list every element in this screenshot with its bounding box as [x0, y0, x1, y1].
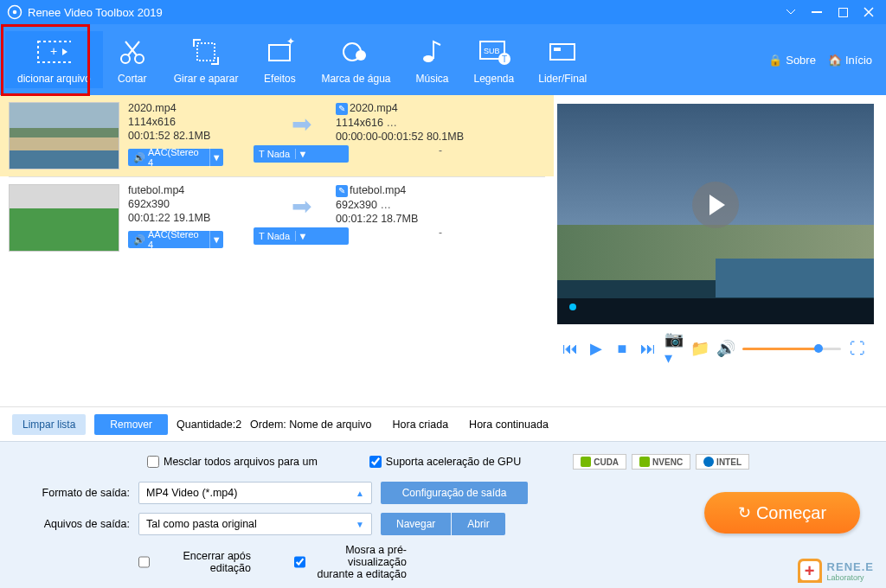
- fullscreen-button[interactable]: ⛶: [848, 340, 867, 358]
- maximize-icon[interactable]: [832, 3, 853, 21]
- bottom-panel: Mesclar todos arquivos para um Suporta a…: [0, 441, 886, 588]
- stop-button[interactable]: ■: [613, 340, 632, 358]
- sort-continued[interactable]: Hora continuada: [469, 419, 549, 431]
- open-button[interactable]: Abrir: [452, 513, 504, 535]
- close-after-checkbox[interactable]: Encerrar após editação: [138, 550, 251, 574]
- clear-list-button[interactable]: Limpar lista: [12, 414, 86, 435]
- dropdown-icon[interactable]: [780, 3, 801, 21]
- plus-icon: [798, 559, 822, 583]
- filmstrip-add-icon: +: [36, 35, 71, 69]
- chevron-down-icon: ▼: [210, 234, 223, 245]
- svg-rect-8: [197, 43, 215, 61]
- sort-created[interactable]: Hora criada: [392, 419, 448, 431]
- play-overlay-icon[interactable]: [692, 182, 739, 228]
- leader-button[interactable]: Lider/Final: [526, 31, 599, 88]
- leader-label: Lider/Final: [538, 73, 587, 85]
- show-preview-checkbox[interactable]: Mosra a pré-visualização durante a edita…: [294, 544, 407, 580]
- refresh-icon: ↻: [738, 503, 751, 522]
- svg-point-13: [423, 55, 433, 62]
- close-icon[interactable]: [858, 3, 879, 21]
- home-icon: 🏠: [828, 54, 842, 67]
- speaker-icon: 🔊: [133, 152, 145, 163]
- effects-button[interactable]: ✦ Efeitos: [250, 31, 309, 88]
- cut-label: Cortar: [118, 73, 146, 85]
- edit-icon[interactable]: ✎: [336, 103, 348, 115]
- music-note-icon: [414, 35, 449, 69]
- thumbnail: [9, 184, 119, 252]
- output-format-label: Formato de saída:: [17, 487, 130, 499]
- play-button[interactable]: ▶: [587, 339, 606, 358]
- subtitle-button[interactable]: SUBT Legenda: [461, 31, 526, 88]
- file-name: 2020.mp4: [128, 102, 266, 114]
- about-link[interactable]: 🔒 Sobre: [768, 54, 816, 67]
- video-controls-bar[interactable]: [557, 298, 874, 324]
- out-name: ✎futebol.mp4: [336, 184, 545, 197]
- svg-rect-2: [812, 11, 822, 13]
- arrow-right-icon: ➡: [292, 110, 311, 138]
- minimize-icon[interactable]: [806, 3, 827, 21]
- file-row[interactable]: 2020.mp4 1114x616 00:01:52 82.1MB 🔊AAC(S…: [0, 95, 554, 176]
- music-button[interactable]: Música: [402, 31, 461, 88]
- svg-point-7: [135, 54, 144, 63]
- output-config-button[interactable]: Configuração de saída: [381, 482, 528, 504]
- remove-button[interactable]: Remover: [94, 414, 168, 435]
- file-row[interactable]: futebol.mp4 692x390 00:01:22 19.1MB 🔊AAC…: [0, 177, 554, 259]
- volume-slider[interactable]: [742, 348, 841, 350]
- svg-rect-18: [550, 44, 575, 60]
- gpu-checkbox[interactable]: Suporta aceleração de GPU: [369, 456, 521, 468]
- intel-badge: INTEL: [696, 454, 749, 470]
- rotate-label: Girar e aparar: [174, 73, 239, 85]
- subtitle-label: Legenda: [473, 73, 514, 85]
- svg-rect-3: [838, 8, 847, 16]
- footer-logo: RENE.E Laboratory: [798, 559, 874, 583]
- subtitle-dropdown[interactable]: T Nada▼: [254, 145, 349, 163]
- crop-rotate-icon: [189, 35, 223, 69]
- file-list: 2020.mp4 1114x616 00:01:52 82.1MB 🔊AAC(S…: [0, 95, 554, 406]
- browse-button[interactable]: Navegar: [381, 513, 451, 535]
- file-dursize: 00:01:52 82.1MB: [128, 130, 266, 142]
- audio-dropdown[interactable]: 🔊AAC(Stereo 4▼: [128, 149, 223, 166]
- snapshot-button[interactable]: 📷▾: [664, 329, 684, 368]
- audio-dropdown[interactable]: 🔊AAC(Stereo 4▼: [128, 231, 223, 248]
- file-res: 692x390: [128, 198, 266, 210]
- quantity-label: Quantidade:2: [177, 419, 241, 431]
- lock-icon: 🔒: [768, 54, 782, 67]
- file-name: futebol.mp4: [128, 184, 266, 196]
- preview-pane: ⏮ ▶ ■ ⏭ 📷▾ 📁 🔊 ⛶: [554, 95, 886, 406]
- merge-checkbox[interactable]: Mesclar todos arquivos para um: [147, 456, 318, 468]
- prev-button[interactable]: ⏮: [561, 340, 580, 358]
- home-link[interactable]: 🏠 Início: [828, 54, 872, 67]
- folder-button[interactable]: 📁: [690, 339, 709, 358]
- subtitle-dropdown[interactable]: T Nada▼: [254, 227, 349, 245]
- thumbnail: [9, 102, 119, 169]
- dash: -: [336, 144, 545, 157]
- scissors-icon: [115, 35, 150, 69]
- arrow-right-icon: ➡: [292, 192, 311, 220]
- edit-icon[interactable]: ✎: [336, 185, 348, 197]
- add-file-button[interactable]: + dicionar arquivo: [5, 31, 103, 88]
- out-range: 00:01:22 18.7MB: [336, 213, 545, 225]
- cuda-badge: CUDA: [573, 454, 626, 470]
- svg-text:+: +: [50, 44, 57, 58]
- nvenc-badge: NVENC: [632, 454, 690, 470]
- chevron-down-icon: ▼: [210, 152, 223, 163]
- rotate-button[interactable]: Girar e aparar: [162, 31, 251, 88]
- output-dir-combo[interactable]: Tal como pasta original▼: [138, 513, 372, 535]
- leader-icon: [545, 35, 580, 69]
- titlebar: Renee Video Toolbox 2019: [0, 0, 886, 24]
- output-dir-label: Aquivos de saída:: [17, 518, 130, 530]
- file-res: 1114x616: [128, 116, 266, 128]
- chevron-down-icon: ▼: [296, 149, 310, 159]
- output-format-combo[interactable]: MP4 Video (*.mp4)▲: [138, 482, 372, 504]
- home-label: Início: [845, 54, 872, 67]
- start-button[interactable]: ↻ Começar: [704, 492, 860, 534]
- svg-point-6: [121, 54, 130, 63]
- watermark-button[interactable]: Marca de água: [309, 31, 402, 88]
- next-button[interactable]: ⏭: [639, 340, 658, 358]
- cut-button[interactable]: Cortar: [103, 31, 162, 88]
- watermark-label: Marca de água: [321, 73, 390, 85]
- music-label: Música: [415, 73, 448, 85]
- video-preview[interactable]: [557, 104, 874, 324]
- volume-icon[interactable]: 🔊: [716, 339, 735, 358]
- toolbar: + dicionar arquivo Cortar Girar e aparar…: [0, 24, 886, 95]
